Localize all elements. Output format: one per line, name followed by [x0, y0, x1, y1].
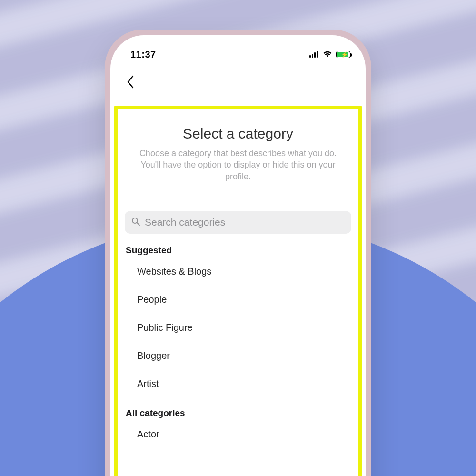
svg-rect-2 — [314, 52, 316, 58]
status-time: 11:37 — [130, 49, 156, 60]
nav-bar — [110, 69, 366, 95]
category-item[interactable]: Websites & Blogs — [123, 258, 353, 286]
promo-background: 11:37 — [0, 0, 476, 476]
svg-rect-3 — [317, 51, 318, 58]
battery-charging-icon: ⚡ — [336, 51, 350, 58]
highlighted-region: Select a category Choose a category that… — [114, 106, 362, 476]
svg-line-5 — [137, 223, 139, 225]
section-label-suggested: Suggested — [123, 242, 353, 258]
search-icon — [131, 217, 140, 228]
page-subtitle: Choose a category that best describes wh… — [123, 148, 353, 182]
status-bar: 11:37 — [110, 35, 366, 69]
chevron-left-icon — [127, 75, 134, 89]
svg-rect-1 — [312, 54, 313, 58]
phone-frame: 11:37 — [105, 30, 371, 476]
category-item[interactable]: Blogger — [123, 342, 353, 370]
phone-screen: 11:37 — [110, 35, 366, 476]
page-title: Select a category — [123, 126, 353, 142]
category-item[interactable]: Actor — [123, 420, 353, 448]
section-divider — [123, 400, 353, 400]
category-item[interactable]: Public Figure — [123, 314, 353, 342]
wifi-icon — [323, 51, 332, 58]
back-button[interactable] — [121, 72, 140, 91]
suggested-list: Websites & Blogs People Public Figure Bl… — [123, 258, 353, 398]
search-field[interactable] — [125, 211, 351, 234]
svg-rect-0 — [309, 55, 311, 58]
category-item[interactable]: People — [123, 286, 353, 314]
section-label-all: All categories — [123, 405, 353, 420]
category-item[interactable]: Artist — [123, 370, 353, 398]
search-input[interactable] — [145, 217, 345, 228]
all-categories-list: Actor — [123, 420, 353, 448]
status-indicators: ⚡ — [309, 51, 350, 58]
signal-icon — [309, 51, 319, 58]
